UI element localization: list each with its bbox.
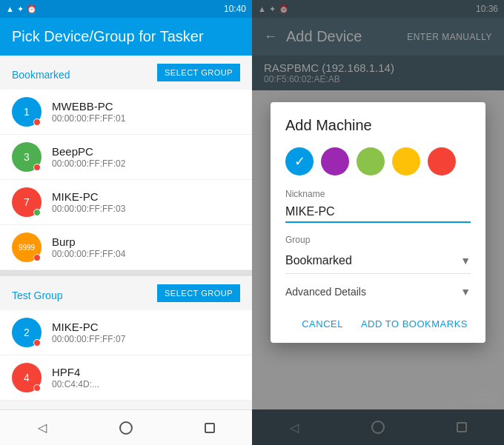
dialog-actions: CANCEL ADD TO BOOKMARKS [285,305,471,334]
recents-nav-btn[interactable] [195,413,225,443]
avatar: 4 [12,363,42,392]
status-dot [33,254,41,261]
color-yellow[interactable] [392,147,420,175]
avatar: 1 [12,97,42,127]
bookmarked-section-header: Bookmarked SELECT GROUP [0,56,252,90]
avatar: 3 [12,142,42,172]
left-statusbar: ▲ ✦ ⏰ 10:40 [0,0,252,18]
dialog-overlay: Add Machine ✓ Nickname Group Bookmarked … [252,0,504,445]
device-mac: 00:00:00:FF:FF:07 [52,334,125,344]
avatar: 9999 [12,232,42,262]
device-name: Burp [52,235,125,248]
advanced-label: Advanced Details [285,286,366,298]
test-device-list: 2 MIKE-PC 00:00:00:FF:FF:07 4 HPF4 00:C4… [0,310,252,401]
device-mac: 00:00:00:FF:FF:01 [52,113,125,124]
device-name: HPF4 [52,366,99,378]
status-dot [33,118,41,126]
color-picker: ✓ [285,147,471,175]
group-dropdown[interactable]: Bookmarked ▼ [285,248,471,274]
bookmarked-label: Bookmarked [0,60,82,85]
left-panel: ▲ ✦ ⏰ 10:40 Pick Device/Group for Tasker… [0,0,252,445]
avatar: 7 [12,187,42,217]
android-icon: ▲ [6,4,14,13]
color-red[interactable] [428,147,456,175]
home-nav-icon [119,421,133,435]
dialog-title: Add Machine [285,117,471,134]
dropdown-chevron-icon: ▼ [460,255,471,267]
select-group-bookmarked-btn[interactable]: SELECT GROUP [157,64,240,81]
list-item[interactable]: 2 MIKE-PC 00:00:00:FF:FF:07 [0,310,252,355]
device-mac: 00:00:00:FF:FF:04 [52,249,125,259]
left-header: Pick Device/Group for Tasker [0,18,252,56]
group-value: Bookmarked [285,254,352,267]
add-to-bookmarks-button[interactable]: ADD TO BOOKMARKS [358,314,471,334]
status-dot [33,164,41,171]
list-item[interactable]: 9999 Burp 00:00:00:FF:FF:04 [0,225,252,270]
recents-nav-icon [205,423,215,433]
left-nav: ◁ [0,409,252,445]
status-dot [33,209,41,216]
device-mac: 00:C4:4D:... [52,379,99,389]
device-name: MIKE-PC [52,321,125,333]
advanced-details-row[interactable]: Advanced Details ▼ [285,278,471,305]
avatar: 2 [12,318,42,347]
left-status-icons: ▲ ✦ ⏰ [6,4,37,14]
left-title: Pick Device/Group for Tasker [12,28,204,44]
device-name: BeepPC [52,145,125,158]
device-mac: 00:00:00:FF:FF:02 [52,158,125,169]
section-divider [0,270,252,276]
group-label: Group [285,235,471,245]
device-name: MWEBB-PC [52,100,125,113]
list-item[interactable]: 4 HPF4 00:C4:4D:... [0,355,252,401]
nickname-label: Nickname [285,189,471,199]
test-group-label: Test Group [0,281,74,306]
right-panel: ▲ ✦ ⏰ 10:36 ← Add Device ENTER MANUALLY … [252,0,504,445]
select-group-test-btn[interactable]: SELECT GROUP [157,284,240,302]
home-nav-btn[interactable] [111,413,141,443]
back-nav-btn[interactable]: ◁ [27,413,57,443]
status-dot [33,384,41,392]
list-item[interactable]: 7 MIKE-PC 00:00:00:FF:FF:03 [0,180,252,225]
cancel-button[interactable]: CANCEL [299,314,346,334]
color-purple[interactable] [321,147,349,175]
selected-checkmark: ✓ [294,153,305,170]
status-dot [33,339,41,347]
bookmarked-device-list: 1 MWEBB-PC 00:00:00:FF:FF:01 3 BeepPC 00… [0,90,252,270]
device-name: MIKE-PC [52,190,125,203]
back-nav-icon: ◁ [38,421,47,435]
advanced-chevron-icon: ▼ [460,286,471,298]
color-blue[interactable]: ✓ [285,147,314,175]
left-time: 10:40 [224,4,246,14]
test-section-header: Test Group SELECT GROUP [0,276,252,310]
color-green[interactable] [357,147,385,175]
nickname-input[interactable] [285,202,471,223]
list-item[interactable]: 3 BeepPC 00:00:00:FF:FF:02 [0,135,252,180]
alarm-icon: ⏰ [27,4,37,14]
list-item[interactable]: 1 MWEBB-PC 00:00:00:FF:FF:01 [0,90,252,135]
bluetooth-icon: ✦ [17,4,24,14]
add-machine-dialog: Add Machine ✓ Nickname Group Bookmarked … [271,102,485,343]
device-mac: 00:00:00:FF:FF:03 [52,204,125,214]
